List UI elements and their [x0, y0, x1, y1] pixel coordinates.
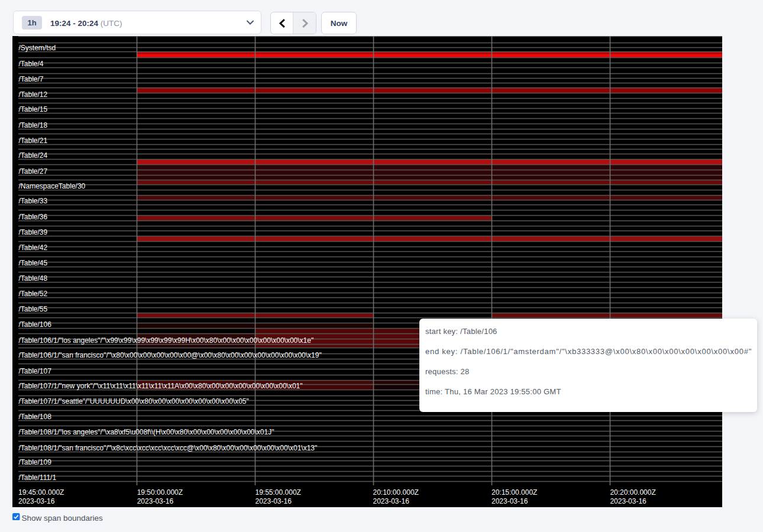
- svg-text:19:45:00.000Z: 19:45:00.000Z: [18, 488, 64, 497]
- svg-text:2023-03-16: 2023-03-16: [18, 497, 55, 505]
- svg-text:20:20:00.000Z: 20:20:00.000Z: [610, 488, 655, 497]
- svg-text:/System/tsd: /System/tsd: [19, 44, 56, 52]
- svg-text:/Table/27: /Table/27: [19, 167, 48, 176]
- svg-text:/Table/52: /Table/52: [19, 290, 48, 298]
- svg-text:/Table/24: /Table/24: [19, 151, 48, 160]
- svg-text:/Table/12: /Table/12: [19, 90, 48, 99]
- svg-text:20:15:00.000Z: 20:15:00.000Z: [492, 488, 537, 497]
- svg-text:/Table/21: /Table/21: [19, 137, 48, 145]
- svg-text:/NamespaceTable/30: /NamespaceTable/30: [19, 182, 86, 190]
- svg-text:/Table/107: /Table/107: [19, 367, 52, 375]
- svg-text:/Table/107/1/"seattle"/"UUUUUU: /Table/107/1/"seattle"/"UUUUUUD\x00\x80\…: [19, 397, 249, 406]
- svg-text:/Table/45: /Table/45: [19, 259, 48, 267]
- svg-text:/Table/108/1/"san francisco"/": /Table/108/1/"san francisco"/"\x8c\xcc\x…: [19, 444, 318, 452]
- svg-text:/Table/42: /Table/42: [19, 244, 48, 252]
- svg-text:19:50:00.000Z: 19:50:00.000Z: [137, 488, 183, 497]
- svg-text:19:55:00.000Z: 19:55:00.000Z: [256, 488, 301, 497]
- svg-text:2023-03-16: 2023-03-16: [256, 497, 292, 505]
- svg-text:/Table/106/1/"los angeles"/"\x: /Table/106/1/"los angeles"/"\x99\x99\x99…: [19, 336, 314, 345]
- svg-text:/Table/7: /Table/7: [19, 75, 44, 83]
- svg-text:/Table/36: /Table/36: [19, 213, 48, 221]
- svg-text:/Table/107/1/"new york"/"\x11\: /Table/107/1/"new york"/"\x11\x11\x11\x1…: [19, 382, 303, 390]
- svg-text:/Table/4: /Table/4: [19, 60, 44, 68]
- svg-text:/Table/55: /Table/55: [19, 305, 48, 313]
- svg-text:2023-03-16: 2023-03-16: [373, 497, 410, 505]
- svg-text:/Table/109: /Table/109: [19, 458, 52, 466]
- svg-text:/Table/15: /Table/15: [19, 105, 48, 113]
- svg-text:/Table/111/1: /Table/111/1: [19, 473, 57, 482]
- svg-text:/Table/106/1/"san francisco"/": /Table/106/1/"san francisco"/"\x80\x00\x…: [19, 351, 322, 359]
- svg-text:2023-03-16: 2023-03-16: [610, 497, 646, 505]
- svg-text:/Table/108/1/"los angeles"/"\x: /Table/108/1/"los angeles"/"\xa8\xf5\u00…: [19, 428, 274, 436]
- svg-text:20:10:00.000Z: 20:10:00.000Z: [373, 488, 419, 497]
- svg-text:/Table/106: /Table/106: [19, 320, 52, 329]
- svg-text:/Table/108: /Table/108: [19, 413, 52, 421]
- svg-text:2023-03-16: 2023-03-16: [492, 497, 528, 505]
- svg-text:/Table/39: /Table/39: [19, 228, 48, 236]
- svg-text:/Table/18: /Table/18: [19, 121, 48, 129]
- svg-text:/Table/48: /Table/48: [19, 274, 48, 283]
- svg-text:/Table/33: /Table/33: [19, 197, 48, 205]
- svg-text:2023-03-16: 2023-03-16: [137, 497, 174, 505]
